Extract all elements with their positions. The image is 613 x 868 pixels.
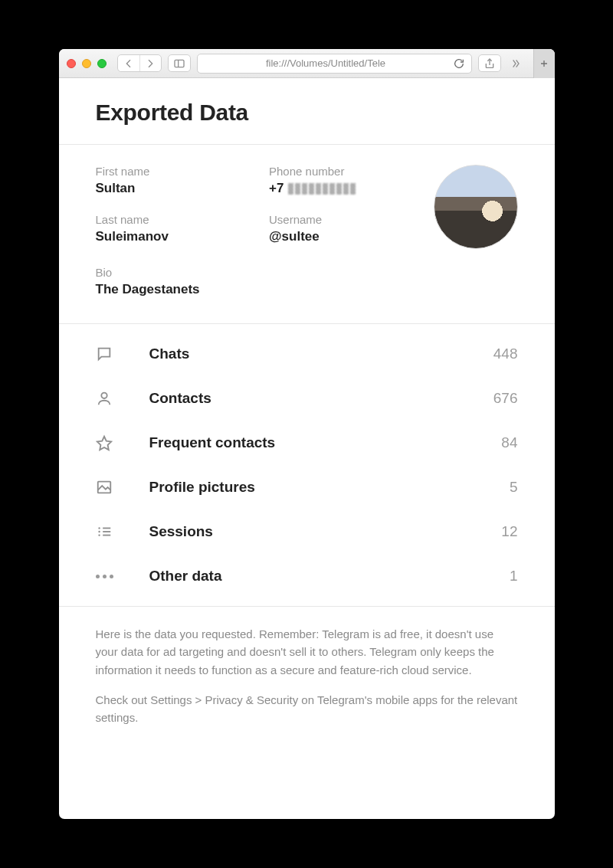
window-controls [67,59,107,68]
address-text: file:///Volumes/Untitled/Tele [204,57,448,69]
close-window-button[interactable] [67,59,76,68]
section-label: Profile pictures [149,479,510,496]
last-name-field: Last name Suleimanov [96,213,239,244]
svg-point-9 [98,534,100,536]
section-count: 676 [493,390,518,407]
sidebar-toggle-button[interactable] [168,54,191,72]
section-label: Sessions [149,523,502,540]
redacted-phone-digits [288,183,356,195]
svg-point-8 [98,531,100,532]
username-value: @sultee [269,229,412,244]
share-icon [484,57,496,70]
share-button[interactable] [478,54,501,72]
username-field: Username @sultee [269,213,412,244]
sidebar-icon [173,57,185,70]
chat-icon [96,346,149,362]
minimize-window-button[interactable] [82,59,91,68]
section-count: 1 [510,568,518,585]
section-label: Other data [149,568,510,585]
plus-icon [538,57,550,70]
page-content: Exported Data First name Sultan Last nam… [59,78,555,819]
section-profile-pictures[interactable]: Profile pictures 5 [59,465,555,509]
image-icon [96,479,149,496]
list-icon [96,523,149,540]
svg-marker-5 [97,437,110,450]
chevron-right-icon [144,57,156,70]
profile-section: First name Sultan Last name Suleimanov P… [96,145,518,249]
svg-point-4 [101,393,107,398]
phone-field: Phone number +7 [269,165,412,196]
chevrons-right-icon [510,57,522,70]
address-bar[interactable]: file:///Volumes/Untitled/Tele [197,54,472,74]
field-label: Bio [96,266,518,279]
avatar [434,165,518,249]
overflow-button[interactable] [507,54,524,72]
section-label: Chats [149,346,493,362]
section-sessions[interactable]: Sessions 12 [59,509,555,554]
field-label: Username [269,213,412,226]
section-count: 5 [510,479,518,496]
first-name-field: First name Sultan [96,165,239,196]
footer-paragraph: Check out Settings > Privacy & Security … [96,691,518,727]
field-label: First name [96,165,239,178]
section-contacts[interactable]: Contacts 676 [59,376,555,421]
field-label: Last name [96,213,239,226]
sections-list: Chats 448 Contacts 676 Frequent contacts… [59,324,555,606]
footer-paragraph: Here is the data you requested. Remember… [96,625,518,679]
section-chats[interactable]: Chats 448 [59,332,555,376]
titlebar: file:///Volumes/Untitled/Tele [59,49,555,78]
browser-window: file:///Volumes/Untitled/Tele Exported D… [59,49,555,819]
phone-value: +7 [269,181,412,196]
svg-point-7 [98,527,100,529]
chevron-left-icon [123,57,135,70]
bio-value: The Dagestanets [96,282,518,297]
back-button[interactable] [118,55,139,71]
phone-prefix: +7 [269,181,284,196]
section-count: 12 [501,523,517,540]
section-frequent-contacts[interactable]: Frequent contacts 84 [59,421,555,465]
star-icon [96,434,149,451]
new-tab-button[interactable] [533,49,555,78]
section-count: 84 [501,434,517,451]
dots-icon [96,575,149,578]
first-name-value: Sultan [96,181,239,196]
section-label: Contacts [149,390,493,407]
section-label: Frequent contacts [149,434,502,451]
zoom-window-button[interactable] [97,59,107,68]
section-count: 448 [493,346,518,362]
footer-text: Here is the data you requested. Remember… [59,607,555,757]
section-other-data[interactable]: Other data 1 [59,554,555,598]
nav-buttons [117,54,162,72]
page-title: Exported Data [96,100,518,126]
forward-button[interactable] [139,55,161,71]
svg-rect-0 [175,60,184,67]
person-icon [96,390,149,407]
field-label: Phone number [269,165,412,178]
last-name-value: Suleimanov [96,229,239,244]
reload-icon[interactable] [453,57,465,70]
bio-field: Bio The Dagestanets [96,249,518,297]
